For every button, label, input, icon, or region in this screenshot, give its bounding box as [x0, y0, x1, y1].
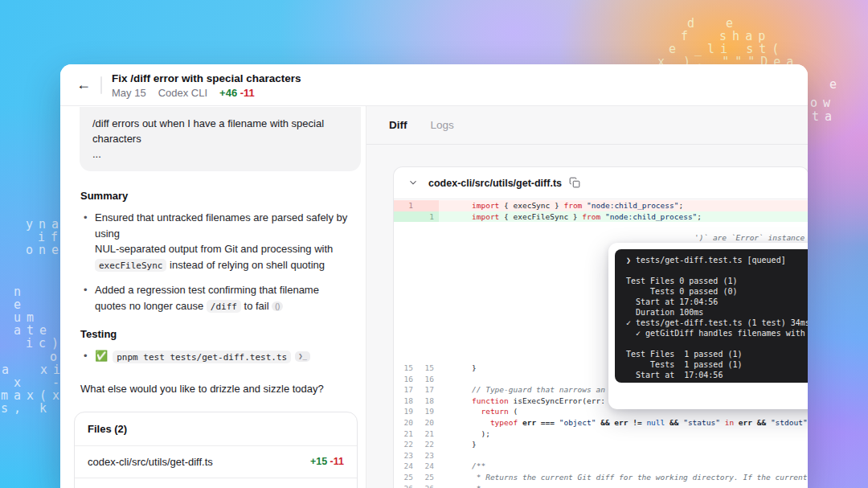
summary-bullet: •Added a regression test confirming that…: [80, 282, 361, 314]
line-number-old: [394, 211, 418, 223]
user-message-bubble: /diff errors out when I have a filename …: [80, 107, 361, 171]
tab-logs[interactable]: Logs: [431, 119, 454, 131]
summary-bullet-list: •Ensured that untracked filenames are pa…: [80, 210, 361, 314]
code-text: }: [439, 363, 477, 374]
testing-heading: Testing: [80, 328, 366, 340]
line-number-old: 18: [394, 396, 418, 407]
code-text: );: [439, 429, 490, 440]
inline-code-chip: pnpm test tests/get-diff.test.ts: [113, 351, 291, 363]
line-number-new: 24: [418, 461, 439, 472]
success-check-icon: ✅: [95, 350, 108, 362]
diff-panel: Diff Logs codex-cli/src/utils/get-diff.t…: [366, 106, 808, 488]
user-message-text: /diff errors out when I have a filename …: [92, 116, 348, 146]
line-number-old: 22: [394, 439, 418, 450]
testing-bullet: •✅pnpm test tests/get-diff.test.ts❯_: [80, 348, 361, 365]
bg-letter: n: [14, 285, 27, 299]
bg-letter: d e: [687, 16, 739, 31]
code-line: 2424/**: [394, 461, 808, 472]
inline-code-chip: /diff: [207, 300, 241, 313]
line-number-old: 24: [394, 461, 418, 472]
back-arrow-icon: ←: [76, 76, 91, 93]
task-date: May 15: [112, 87, 146, 99]
line-number-old: 23: [394, 450, 418, 461]
code-fragment: ')` are `Error` instance: [694, 233, 805, 242]
tab-diff[interactable]: Diff: [389, 119, 407, 131]
terminal-popup: ❯ tests/get-diff.test.ts [queued] Test F…: [608, 243, 808, 409]
line-number-old: 21: [394, 429, 418, 440]
code-text: *: [439, 483, 481, 488]
file-name: codex-cli/src/utils/get-diff.ts: [88, 456, 213, 468]
line-number-old: 15: [394, 363, 418, 374]
line-number-old: 25: [394, 472, 418, 483]
bg-letter: ic): [26, 336, 64, 351]
bg-letter: um: [14, 310, 39, 325]
code-text: [439, 450, 472, 461]
bg-letter: e _li st(: [669, 42, 784, 56]
bullet-text: quotes no longer cause: [95, 300, 207, 312]
line-number-new: 15: [418, 363, 439, 374]
bullet-dot: •: [84, 282, 88, 298]
line-number-old: 16: [394, 374, 418, 385]
line-number-old: 17: [394, 384, 418, 396]
chevron-down-icon: [407, 177, 420, 190]
line-number-new: 23: [418, 450, 439, 461]
bg-letter: yna: [26, 217, 64, 232]
bg-letter: ta: [812, 109, 837, 124]
header-divider: [100, 76, 102, 94]
bullet-text: instead of relying on shell quoting: [166, 259, 325, 271]
file-diff-stats: +15 -11: [310, 456, 344, 467]
line-number-old: 19: [394, 406, 418, 417]
bullet-dot: •: [84, 348, 88, 364]
line-number-new: 19: [418, 406, 439, 417]
copy-icon[interactable]: [569, 177, 582, 190]
code-text: typeof err === "object" && err != null &…: [439, 417, 808, 429]
citation-chip[interactable]: (): [272, 301, 283, 311]
code-text: import { execFileSync } from "node:child…: [439, 211, 702, 223]
bg-letter: one: [26, 243, 64, 257]
diff-logs-tabs: Diff Logs: [366, 106, 808, 145]
summary-bullet: •Ensured that untracked filenames are pa…: [80, 210, 361, 273]
bullet-text: Ensured that untracked filenames are par…: [95, 211, 347, 240]
testing-bullet-list: •✅pnpm test tests/get-diff.test.ts❯_: [80, 348, 361, 365]
bullet-text: Added a regression test confirming that …: [95, 284, 319, 296]
file-row[interactable]: codex-cli/tests/get-diff.test.tsNew: [75, 478, 357, 488]
files-card: Files (2) codex-cli/src/utils/get-diff.t…: [74, 412, 358, 488]
code-text: }: [439, 439, 477, 450]
code-text: return (: [439, 406, 518, 417]
bg-letter: max(x: [1, 388, 65, 403]
user-message-ellipsis: ...: [92, 146, 348, 162]
bg-letter: e: [14, 297, 27, 312]
file-row[interactable]: codex-cli/src/utils/get-diff.ts+15 -11: [75, 445, 357, 478]
code-text: * Returns the current Git diff for the w…: [439, 472, 808, 483]
bullet-text: NUL-separated output from Git and proces…: [95, 243, 333, 255]
code-text: import { execSync } from "node:child_pro…: [439, 200, 683, 211]
code-text: [439, 374, 472, 385]
line-number-new: 16: [418, 374, 439, 385]
task-title: Fix /diff error with special characters: [112, 72, 301, 85]
summary-heading: Summary: [80, 190, 366, 202]
code-line: 1import { execSync } from "node:child_pr…: [394, 200, 808, 211]
bullet-text: to fail: [241, 300, 272, 312]
conversation-panel: /diff errors out when I have a filename …: [60, 106, 366, 488]
code-line: 2626 *: [394, 483, 808, 488]
code-line: 2222}: [394, 439, 808, 450]
line-number-old: 1: [394, 200, 418, 211]
files-card-title: Files (2): [75, 412, 357, 445]
code-line: 2323: [394, 450, 808, 461]
bg-letter: a xi: [2, 363, 66, 377]
code-line: 2525 * Returns the current Git diff for …: [394, 472, 808, 483]
bg-letter: ow: [810, 96, 836, 110]
inline-code-chip: execFileSync: [95, 259, 166, 272]
line-number-new: 1: [418, 211, 439, 223]
diff-stats: +46 -11: [219, 87, 255, 99]
line-number-new: [418, 200, 439, 211]
bg-letter: s, k: [1, 401, 52, 416]
terminal-chip-icon[interactable]: ❯_: [295, 351, 310, 362]
terminal-output: ❯ tests/get-diff.test.ts [queued] Test F…: [615, 249, 808, 383]
back-button[interactable]: ←: [73, 75, 94, 96]
header-title-block: Fix /diff error with special characters …: [112, 72, 301, 99]
task-header: ← Fix /diff error with special character…: [60, 64, 808, 106]
line-number-old: 20: [394, 417, 418, 429]
line-number-new: 21: [418, 429, 439, 440]
diff-file-header[interactable]: codex-cli/src/utils/get-diff.ts: [394, 167, 808, 199]
